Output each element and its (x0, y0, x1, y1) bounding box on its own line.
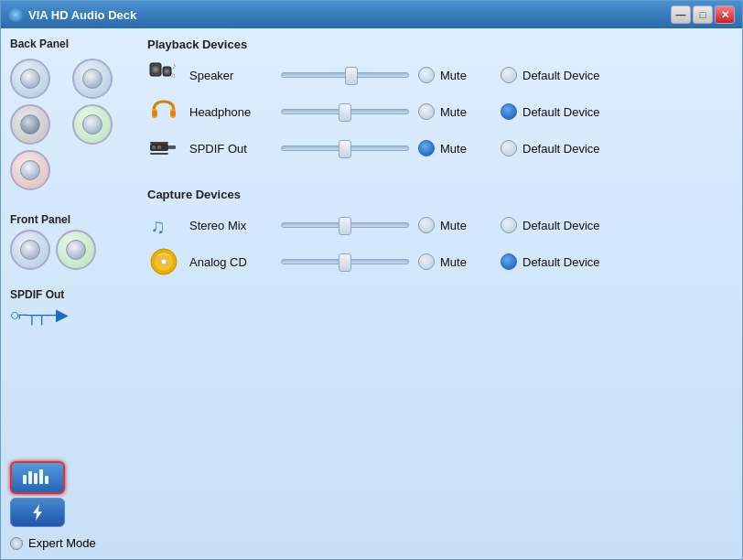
spdif-name: SPDIF Out (189, 142, 272, 156)
headphone-mute-control: Mute (418, 103, 491, 120)
analog-cd-volume-slider[interactable] (281, 259, 409, 264)
headphone-mute-radio[interactable] (418, 103, 435, 120)
left-panel: Back Panel Front P (10, 38, 129, 550)
svg-rect-20 (152, 145, 156, 149)
analog-cd-mute-radio[interactable] (418, 253, 435, 270)
maximize-button[interactable]: □ (693, 5, 713, 24)
expert-mode-radio[interactable] (10, 537, 23, 550)
audio-settings-button[interactable] (10, 461, 65, 494)
jack-inner-2 (82, 69, 102, 89)
svg-point-27 (161, 259, 167, 264)
device-row-analog-cd: Analog CD Mute Default Device (147, 245, 733, 278)
front-panel-label: Front Panel (10, 213, 129, 226)
headphone-mute-label: Mute (440, 105, 467, 119)
close-button[interactable]: ✕ (715, 5, 735, 24)
spdif-default-label: Default Device (522, 142, 600, 156)
jack-front-inner-2 (66, 240, 86, 260)
svg-text:♪: ♪ (172, 61, 177, 70)
svg-marker-5 (33, 504, 42, 521)
jack-back-3[interactable] (10, 104, 50, 145)
spdif-default-radio[interactable] (501, 140, 517, 156)
stereo-mix-mute-label: Mute (440, 219, 467, 232)
speaker-default-control: Default Device (501, 67, 619, 83)
headphone-default-radio[interactable] (501, 103, 517, 120)
lightning-button[interactable] (10, 498, 65, 527)
svg-rect-19 (168, 145, 176, 149)
main-window: VIA HD Audio Deck — □ ✕ Back Panel (0, 0, 743, 560)
front-panel-jacks (10, 230, 129, 270)
speaker-mute-radio[interactable] (418, 67, 435, 83)
stereo-mix-device-icon: ♫ (147, 209, 180, 242)
jack-front-1[interactable] (10, 230, 50, 270)
analog-cd-mute-label: Mute (440, 255, 467, 269)
analog-cd-mute-control: Mute (418, 253, 491, 270)
svg-rect-0 (23, 475, 27, 484)
playback-section: Playback Devices ♪ (147, 38, 733, 168)
svg-rect-23 (150, 153, 168, 155)
spdif-mute-radio[interactable] (418, 140, 435, 156)
right-panel: Playback Devices ♪ (138, 38, 733, 550)
headphone-volume-slider[interactable] (281, 109, 409, 114)
lightning-icon (28, 502, 47, 522)
headphone-default-control: Default Device (501, 103, 619, 120)
stereo-mix-default-radio[interactable] (501, 217, 517, 233)
speaker-default-label: Default Device (522, 69, 600, 82)
jack-inner-5 (20, 160, 40, 180)
spdif-mute-label: Mute (440, 142, 467, 156)
spdif-device-icon (147, 132, 180, 165)
front-panel-section: Front Panel (10, 213, 129, 279)
jack-back-5[interactable] (10, 150, 50, 190)
titlebar-buttons: — □ ✕ (671, 5, 735, 24)
svg-rect-3 (39, 469, 43, 484)
svg-text:♫: ♫ (150, 215, 166, 238)
speaker-mute-label: Mute (440, 69, 467, 82)
svg-point-11 (166, 70, 168, 73)
spdif-volume-slider[interactable] (281, 145, 409, 151)
headphone-device-icon (147, 95, 180, 128)
headphone-icon (148, 96, 179, 127)
svg-text:♫: ♫ (170, 71, 176, 80)
main-content: Back Panel Front P (1, 28, 742, 559)
svg-point-17 (170, 111, 176, 116)
device-row-speaker: ♪ ♫ Speaker Mute Default Device (147, 59, 733, 92)
headphone-name: Headphone (189, 105, 272, 119)
spdif-section: SPDIF Out ○⌐┬┬─▶ (10, 288, 129, 325)
jack-front-2[interactable] (56, 230, 96, 270)
jack-back-2[interactable] (72, 59, 113, 99)
jack-front-inner-1 (20, 240, 40, 260)
spdif-mute-control: Mute (418, 140, 491, 156)
svg-rect-22 (150, 142, 168, 144)
analog-cd-default-radio[interactable] (501, 253, 517, 270)
stereo-mix-volume-slider[interactable] (281, 222, 409, 228)
jack-back-1[interactable] (10, 59, 50, 99)
jack-inner-3 (20, 114, 40, 135)
jack-back-4[interactable] (72, 104, 113, 145)
titlebar: VIA HD Audio Deck — □ ✕ (1, 1, 742, 28)
analog-cd-name: Analog CD (189, 255, 272, 269)
spdif-label: SPDIF Out (10, 288, 129, 301)
bottom-buttons: Expert Mode (10, 461, 129, 550)
speaker-default-radio[interactable] (501, 67, 517, 83)
device-row-spdif: SPDIF Out Mute Default Device (147, 132, 733, 165)
speaker-volume-slider[interactable] (281, 72, 409, 78)
playback-title: Playback Devices (147, 38, 733, 51)
expert-mode-label: Expert Mode (28, 536, 96, 550)
jack-inner-4 (82, 114, 102, 135)
speaker-icon: ♪ ♫ (148, 59, 179, 91)
stereo-mix-mute-radio[interactable] (418, 217, 435, 233)
headphone-default-label: Default Device (522, 105, 600, 119)
device-row-headphone: Headphone Mute Default Device (147, 95, 733, 128)
spdif-default-control: Default Device (501, 140, 619, 156)
stereo-mix-mute-control: Mute (418, 217, 491, 233)
speaker-name: Speaker (189, 69, 272, 82)
capture-section: Capture Devices ♫ Stereo Mix (147, 188, 733, 282)
svg-rect-1 (28, 471, 32, 484)
minimize-button[interactable]: — (671, 5, 691, 24)
analog-cd-default-label: Default Device (522, 255, 600, 269)
svg-rect-4 (45, 476, 48, 484)
stereo-mix-default-control: Default Device (501, 217, 619, 233)
stereo-mix-default-label: Default Device (522, 219, 600, 232)
capture-title: Capture Devices (147, 188, 733, 201)
jack-inner-1 (20, 69, 40, 89)
cd-icon (148, 246, 179, 277)
